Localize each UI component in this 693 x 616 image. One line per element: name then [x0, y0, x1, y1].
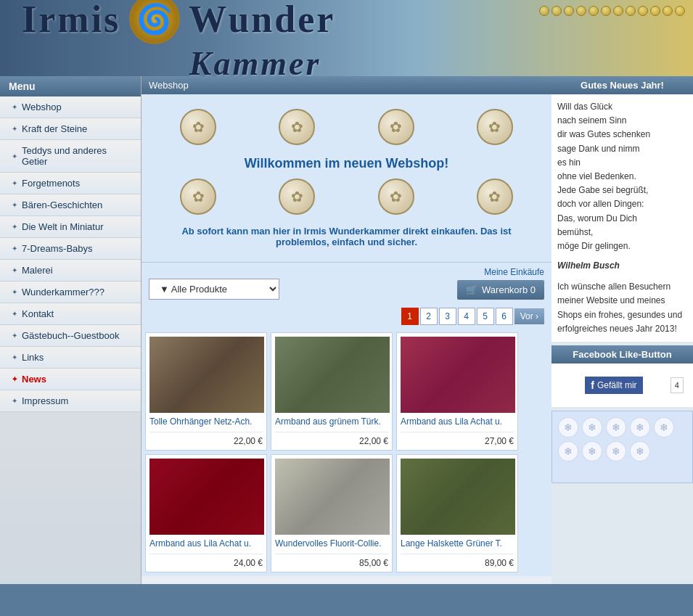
- sidebar-item-label: News: [22, 374, 46, 385]
- sidebar-item-label: Webshop: [22, 102, 62, 112]
- product-price: 22,00 €: [275, 432, 388, 446]
- bead-decoration: [626, 6, 636, 16]
- page-3-btn[interactable]: 3: [439, 308, 456, 325]
- sidebar-item-malerei[interactable]: ✦Malerei: [0, 260, 141, 282]
- site-header: Irmis Wunder Kammer: [0, 0, 693, 76]
- product-image: [149, 459, 264, 535]
- product-card[interactable]: Armband aus Lila Achat u.24,00 €: [145, 454, 267, 572]
- my-cart-link[interactable]: Meine Einkäufe: [484, 267, 544, 277]
- main-content: Webshop ✿ ✿ ✿ ✿ Willkommen im neuen Webs…: [142, 76, 551, 584]
- cart-section: Meine Einkäufe 🛒 Warenkorb 0: [457, 267, 544, 300]
- bead-decoration: [551, 6, 562, 16]
- sidebar-item-g-stebuch--guestbook[interactable]: ✦Gästebuch--Guestbook: [0, 325, 141, 347]
- sidebar-item-label: Links: [22, 352, 44, 363]
- bullet-icon: ✦: [12, 332, 17, 340]
- product-image: [401, 337, 515, 413]
- pagination: 1 2 3 4 5 6 Vor ›: [142, 304, 551, 329]
- sidebar-item-teddys-und-anderes-getier[interactable]: ✦Teddys und anderes Getier: [0, 140, 141, 173]
- product-card[interactable]: Wundervolles Fluorit-Collie.85,00 €: [271, 454, 393, 572]
- main-layout: Menu ✦Webshop✦Kraft der Steine✦Teddys un…: [0, 76, 693, 584]
- page-5-btn[interactable]: 5: [477, 308, 494, 325]
- sidebar-item-label: Kontakt: [22, 308, 54, 319]
- greeting-text: Ich wünsche allen Besuchern meiner Websi…: [557, 280, 687, 336]
- product-title: Armband aus Lila Achat u.: [149, 538, 263, 550]
- snow-circle: ❄: [630, 417, 650, 438]
- page-2-btn[interactable]: 2: [420, 308, 438, 325]
- decorative-circles-2: ✿ ✿ ✿ ✿: [149, 178, 544, 215]
- bead-decoration: [638, 6, 648, 16]
- deco-circle-1: ✿: [180, 109, 216, 145]
- cart-icon: 🛒: [466, 284, 477, 295]
- product-title: Armband aus grünem Türk.: [275, 416, 388, 428]
- product-card[interactable]: Lange Halskette Grüner T.89,00 €: [396, 454, 518, 572]
- sidebar-item-label: Teddys und anderes Getier: [22, 145, 134, 167]
- right-sidebar: Gutes Neues Jahr! Will das Glücknach sei…: [551, 76, 693, 584]
- snow-circle: ❄: [558, 417, 578, 438]
- page-6-btn[interactable]: 6: [496, 308, 513, 325]
- filter-section: ▼ Alle Produkte: [149, 279, 279, 300]
- sidebar-item-kontakt[interactable]: ✦Kontakt: [0, 303, 141, 325]
- deco-circle-3: ✿: [378, 109, 414, 145]
- poem-panel: Gutes Neues Jahr! Will das Glücknach sei…: [551, 76, 693, 342]
- sidebar-nav: ✦Webshop✦Kraft der Steine✦Teddys und and…: [0, 96, 141, 412]
- product-image: [401, 459, 515, 535]
- bead-decoration: [675, 6, 685, 16]
- facebook-like-btn[interactable]: f Gefällt mir: [585, 377, 642, 394]
- page-1-btn[interactable]: 1: [401, 308, 419, 325]
- bullet-icon: ✦: [12, 288, 17, 296]
- poem-panel-title: Gutes Neues Jahr!: [551, 76, 693, 94]
- title-kammer: Kammer: [189, 44, 321, 76]
- sidebar-item-label: Gästebuch--Guestbook: [22, 330, 119, 341]
- sidebar-item-label: Impressum: [22, 395, 68, 406]
- snow-circle: ❄: [582, 441, 602, 461]
- product-price: 24,00 €: [149, 554, 263, 568]
- sidebar-item-forgetmenots[interactable]: ✦Forgetmenots: [0, 173, 141, 194]
- bullet-icon: ✦: [12, 397, 17, 405]
- product-card[interactable]: Tolle Ohrhänger Netz-Ach.22,00 €: [145, 332, 267, 451]
- product-filter-dropdown[interactable]: ▼ Alle Produkte: [149, 279, 279, 300]
- product-image: [149, 337, 264, 413]
- product-title: Lange Halskette Grüner T.: [401, 538, 514, 550]
- sidebar-item-label: Forgetmenots: [22, 178, 80, 189]
- bullet-icon: ✦: [12, 179, 17, 187]
- facebook-like-label: Gefällt mir: [597, 380, 637, 390]
- product-price: 85,00 €: [275, 554, 388, 568]
- title-wunder: Wunder: [189, 0, 335, 41]
- sidebar-item-webshop[interactable]: ✦Webshop: [0, 96, 141, 118]
- bead-decoration: [613, 6, 623, 16]
- bead-decoration: [539, 6, 549, 16]
- sidebar-item-b-ren-geschichten[interactable]: ✦Bären-Geschichten: [0, 194, 141, 216]
- sidebar-item-label: Die Welt in Miniatur: [22, 221, 103, 232]
- snow-circle: ❄: [606, 441, 626, 461]
- product-image: [275, 337, 390, 413]
- sidebar-item-impressum[interactable]: ✦Impressum: [0, 390, 141, 412]
- deco-circle-5: ✿: [180, 178, 216, 215]
- snow-circle: ❄: [558, 441, 578, 461]
- product-image: [275, 459, 390, 535]
- welcome-desc: Ab sofort kann man hier in Irmis Wunderk…: [149, 226, 544, 247]
- sidebar-item-wunderkammer---[interactable]: ✦Wunderkammer???: [0, 282, 141, 303]
- bullet-icon: ✦: [12, 152, 17, 160]
- cart-button[interactable]: 🛒 Warenkorb 0: [457, 280, 544, 300]
- bullet-icon: ✦: [12, 103, 17, 111]
- page-next-btn[interactable]: Vor ›: [514, 308, 544, 324]
- sidebar-item-die-welt-in-miniatur[interactable]: ✦Die Welt in Miniatur: [0, 216, 141, 238]
- sidebar-item-kraft-der-steine[interactable]: ✦Kraft der Steine: [0, 118, 141, 140]
- snow-circle: ❄: [606, 417, 626, 438]
- snow-circle: ❄: [582, 417, 602, 438]
- snow-circle: ❄: [654, 417, 674, 438]
- product-card[interactable]: Armband aus Lila Achat u.27,00 €: [396, 332, 518, 451]
- bullet-icon: ✦: [12, 201, 17, 209]
- products-grid: Tolle Ohrhänger Netz-Ach.22,00 €Armband …: [142, 329, 551, 576]
- deco-circle-6: ✿: [279, 178, 315, 215]
- product-card[interactable]: Armband aus grünem Türk.22,00 €: [271, 332, 393, 451]
- facebook-panel-title: Facebook Like-Button: [551, 345, 693, 364]
- bullet-icon: ✦: [12, 125, 17, 133]
- bead-decoration: [564, 6, 574, 16]
- sidebar-item-links[interactable]: ✦Links: [0, 347, 141, 369]
- sidebar-item-news[interactable]: ✦News: [0, 369, 141, 390]
- page-4-btn[interactable]: 4: [458, 308, 475, 325]
- sidebar-item-7-dreams-babys[interactable]: ✦7-Dreams-Babys: [0, 238, 141, 260]
- facebook-panel-content: f Gefällt mir 4: [551, 364, 693, 407]
- product-title: Tolle Ohrhänger Netz-Ach.: [149, 416, 263, 428]
